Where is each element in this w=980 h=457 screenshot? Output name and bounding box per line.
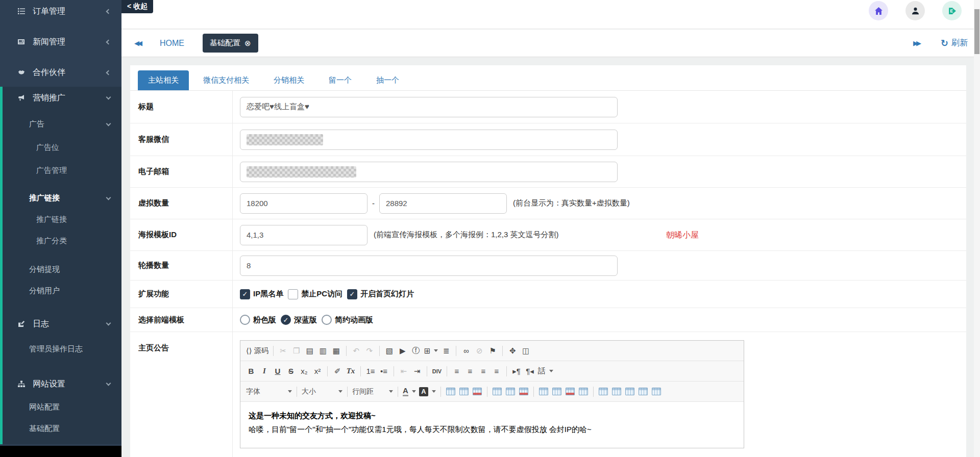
- line-height-button[interactable]: 行间距: [351, 385, 395, 398]
- collapse-sidebar-button[interactable]: < 收起: [121, 0, 153, 13]
- merge-cell-right-button[interactable]: [550, 385, 564, 398]
- redo-button[interactable]: ↷: [363, 344, 376, 358]
- tab-basic-config-active[interactable]: 基础配置 ⊗: [203, 34, 258, 53]
- background-color-button[interactable]: A: [418, 385, 437, 398]
- horizontal-line-button[interactable]: ≣: [439, 344, 453, 358]
- scrollbar-thumb[interactable]: [974, 9, 979, 54]
- table-properties-button[interactable]: [610, 385, 623, 398]
- subscript-button[interactable]: x₂: [298, 365, 311, 378]
- insert-row-below-button[interactable]: [457, 385, 471, 398]
- editor-content[interactable]: 这是一种未知的交友方式，欢迎投稿~ 哈喽，目前"留一个"和"抽一个"功能仅需1元…: [240, 402, 744, 448]
- tab-leave-one[interactable]: 留一个: [318, 70, 362, 90]
- insert-row-above-button[interactable]: [444, 385, 457, 398]
- sidebar-item-admin-operation-log[interactable]: 管理员操作日志: [3, 338, 121, 360]
- align-right-button[interactable]: ≡: [477, 365, 490, 378]
- sidebar-item-basic-config[interactable]: 基础配置: [3, 418, 121, 439]
- sidebar-item-distribution-users[interactable]: 分销用户: [3, 280, 121, 301]
- scroll-tabs-right-icon[interactable]: ▶▶: [913, 39, 925, 47]
- sidebar-item-promo-links[interactable]: 推广链接: [3, 187, 121, 209]
- language-button[interactable]: 話: [536, 365, 555, 378]
- merge-cell-left-button[interactable]: [537, 385, 550, 398]
- anchor-button[interactable]: ⚑: [486, 344, 499, 358]
- checkbox-enable-home-slideshow[interactable]: 开启首页幻灯片: [347, 289, 414, 299]
- close-tab-icon[interactable]: ⊗: [244, 39, 251, 47]
- poster-template-input[interactable]: [240, 225, 368, 245]
- sidebar-item-site-settings[interactable]: 网站设置: [3, 373, 121, 395]
- sidebar-item-ads[interactable]: 广告: [3, 113, 121, 135]
- scroll-tabs-left-icon[interactable]: ◀◀: [134, 39, 146, 47]
- underline-button[interactable]: U: [271, 365, 284, 378]
- user-profile-button[interactable]: [905, 1, 925, 20]
- checkbox-disable-pc-access[interactable]: 禁止PC访问: [288, 289, 342, 299]
- virtual-min-input[interactable]: [240, 193, 368, 214]
- link-button[interactable]: ∞: [459, 344, 473, 358]
- table-header-button[interactable]: [597, 385, 610, 398]
- cut-button[interactable]: ✂: [277, 344, 290, 358]
- indent-button[interactable]: ⇥: [410, 365, 424, 378]
- flash-button[interactable]: ⓕ: [409, 344, 423, 358]
- sidebar-item-promo-categories[interactable]: 推广分类: [3, 230, 121, 251]
- sidebar-item-distribution-withdraw[interactable]: 分销提现: [3, 259, 121, 280]
- sidebar-item-news-management[interactable]: 新闻管理: [0, 31, 121, 53]
- bulleted-list-button[interactable]: •≡: [377, 365, 390, 378]
- split-cell-vertical-button[interactable]: [650, 385, 663, 398]
- sidebar-item-site-config[interactable]: 网站配置: [3, 396, 121, 418]
- cell-properties-button[interactable]: [577, 385, 590, 398]
- source-button[interactable]: ⟨⟩源码: [244, 344, 270, 358]
- text-color-button[interactable]: A: [401, 385, 418, 398]
- sidebar-item-partners[interactable]: 合作伙伴: [0, 61, 121, 84]
- tab-distribution[interactable]: 分销相关: [263, 70, 314, 90]
- sidebar-item-ad-slots[interactable]: 广告位: [3, 137, 121, 158]
- sidebar-item-promo-links-sub[interactable]: 推广链接: [3, 209, 121, 230]
- copy-formatting-button[interactable]: ✐: [331, 365, 344, 378]
- home-button[interactable]: [869, 1, 888, 20]
- outdent-button[interactable]: ⇤: [397, 365, 410, 378]
- tab-wechat-pay[interactable]: 微信支付相关: [193, 70, 259, 90]
- italic-button[interactable]: I: [258, 365, 271, 378]
- tab-main-site[interactable]: 主站相关: [138, 70, 189, 90]
- delete-row-button[interactable]: [471, 385, 484, 398]
- delete-col-button[interactable]: [517, 385, 530, 398]
- bidi-ltr-button[interactable]: ▸¶: [510, 365, 523, 378]
- div-container-button[interactable]: DIV: [430, 365, 444, 378]
- strikethrough-button[interactable]: S: [284, 365, 298, 378]
- ordered-list-button[interactable]: 1≡: [364, 365, 377, 378]
- undo-button[interactable]: ↶: [350, 344, 363, 358]
- bold-button[interactable]: B: [244, 365, 258, 378]
- radio-pink-version[interactable]: 粉色版: [240, 315, 276, 325]
- split-cell-horizontal-button[interactable]: [636, 385, 650, 398]
- paste-from-word-button[interactable]: ▦: [330, 344, 343, 358]
- align-justify-button[interactable]: ≡: [490, 365, 503, 378]
- copy-button[interactable]: ❐: [290, 344, 303, 358]
- paste-button[interactable]: ▤: [303, 344, 316, 358]
- sidebar-item-logs[interactable]: 日志: [3, 313, 121, 335]
- title-input[interactable]: [240, 97, 618, 117]
- radio-dark-blue-version[interactable]: 深蓝版: [281, 315, 317, 325]
- table-button[interactable]: ⊞: [423, 344, 440, 358]
- insert-col-right-button[interactable]: [504, 385, 517, 398]
- maximize-button[interactable]: ✥: [506, 344, 519, 358]
- remove-format-button[interactable]: Tx: [344, 365, 357, 378]
- bidi-rtl-button[interactable]: ¶◂: [523, 365, 536, 378]
- tab-home[interactable]: HOME: [160, 39, 184, 48]
- virtual-max-input[interactable]: [379, 193, 507, 214]
- superscript-button[interactable]: x²: [311, 365, 324, 378]
- merge-cells-button[interactable]: [564, 385, 577, 398]
- font-button[interactable]: 字体: [244, 385, 293, 398]
- wechat-input[interactable]: [240, 130, 618, 150]
- image-button[interactable]: ▧: [383, 344, 396, 358]
- tab-draw-one[interactable]: 抽一个: [366, 70, 409, 90]
- show-blocks-button[interactable]: ◫: [519, 344, 532, 358]
- unlink-button[interactable]: ⊘: [473, 344, 486, 358]
- logout-button[interactable]: [942, 1, 962, 20]
- email-input[interactable]: [240, 162, 618, 182]
- insert-col-left-button[interactable]: [491, 385, 504, 398]
- cell-select-button[interactable]: [623, 385, 636, 398]
- carousel-count-input[interactable]: [240, 256, 618, 276]
- sidebar-item-ad-management[interactable]: 广告管理: [3, 160, 121, 181]
- align-left-button[interactable]: ≡: [450, 365, 463, 378]
- radio-simple-animation-version[interactable]: 简约动画版: [322, 315, 373, 325]
- video-button[interactable]: ▶: [396, 344, 409, 358]
- checkbox-ip-blacklist[interactable]: IP黑名单: [240, 289, 283, 299]
- sidebar-item-order-management[interactable]: 订单管理: [0, 0, 121, 22]
